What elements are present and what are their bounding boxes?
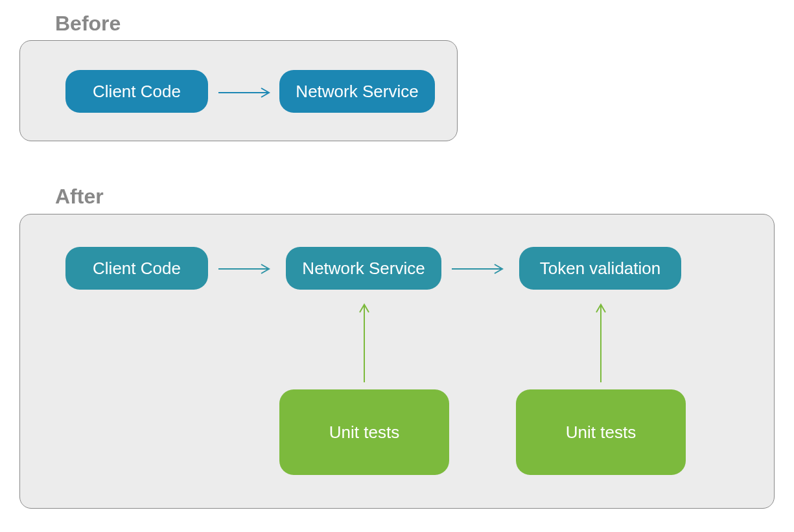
after-network-service-label: Network Service bbox=[302, 259, 425, 279]
after-arrow1-icon bbox=[215, 261, 279, 277]
after-arrow2-icon bbox=[448, 261, 513, 277]
after-token-validation-node: Token validation bbox=[519, 247, 681, 290]
after-vertical-arrow2-icon bbox=[593, 295, 609, 386]
after-client-code-node: Client Code bbox=[65, 247, 208, 290]
before-client-code-node: Client Code bbox=[65, 70, 208, 113]
after-unit-tests-2-node: Unit tests bbox=[516, 389, 686, 475]
after-network-service-node: Network Service bbox=[286, 247, 441, 290]
before-client-code-label: Client Code bbox=[93, 82, 181, 102]
after-unit-tests-2-label: Unit tests bbox=[566, 422, 636, 443]
after-client-code-label: Client Code bbox=[93, 259, 181, 279]
after-panel: Client Code Network Service Token valida… bbox=[19, 214, 775, 509]
before-network-service-label: Network Service bbox=[296, 82, 418, 102]
after-unit-tests-1-node: Unit tests bbox=[279, 389, 449, 475]
before-label: Before bbox=[55, 12, 121, 36]
after-unit-tests-1-label: Unit tests bbox=[329, 422, 399, 443]
after-token-validation-label: Token validation bbox=[540, 259, 660, 279]
before-panel: Client Code Network Service bbox=[19, 40, 458, 141]
before-arrow-icon bbox=[215, 85, 279, 100]
before-network-service-node: Network Service bbox=[279, 70, 435, 113]
after-vertical-arrow1-icon bbox=[356, 295, 372, 386]
after-label: After bbox=[55, 185, 104, 209]
